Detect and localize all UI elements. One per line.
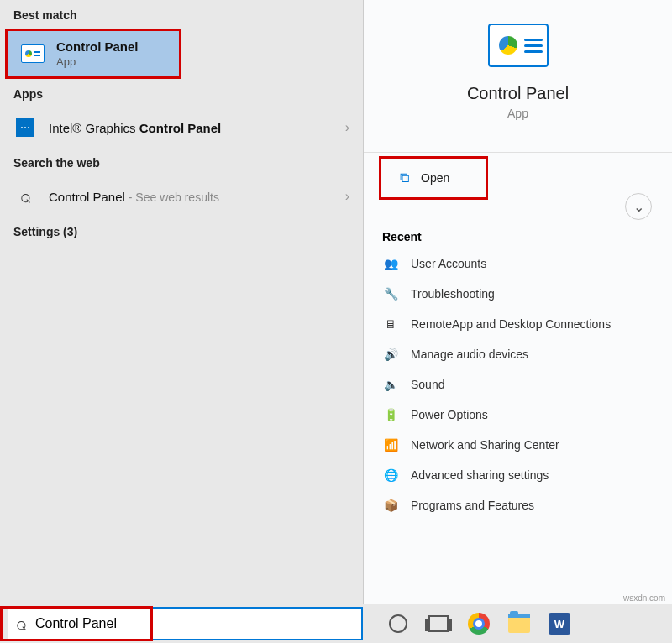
recent-item-icon: 🔋 — [382, 406, 399, 423]
apps-result-intel-graphics[interactable]: ⋯ Intel® Graphics Control Panel › — [0, 107, 363, 148]
recent-item[interactable]: 🔋Power Options — [364, 400, 672, 430]
apps-header: Apps — [0, 79, 363, 107]
task-view-icon[interactable] — [427, 612, 450, 635]
open-label: Open — [421, 171, 449, 185]
settings-header[interactable]: Settings (3) — [0, 217, 363, 245]
recent-item[interactable]: 👥User Accounts — [364, 248, 672, 279]
recent-item[interactable]: 🖥RemoteApp and Desktop Connections — [364, 309, 672, 339]
chrome-icon[interactable] — [467, 612, 491, 635]
chevron-right-icon: › — [345, 189, 349, 204]
preview-panel: Control Panel App ⧉ Open ⌄ Recent 👥User … — [364, 0, 672, 604]
taskbar-search-box[interactable] — [8, 609, 150, 639]
recent-item-label: Network and Sharing Center — [411, 438, 559, 452]
web-header: Search the web — [0, 148, 363, 176]
word-icon[interactable]: W — [548, 612, 571, 635]
recent-item-label: Power Options — [411, 408, 488, 421]
recent-item[interactable]: 🔧Troubleshooting — [364, 279, 672, 309]
file-explorer-icon[interactable] — [507, 612, 531, 635]
divider — [364, 152, 672, 153]
preview-app-icon — [488, 24, 549, 67]
recent-item-label: Troubleshooting — [411, 287, 495, 301]
web-result-control-panel[interactable]: Control Panel - See web results › — [0, 176, 363, 217]
intel-icon: ⋯ — [13, 116, 37, 139]
web-result-title: Control Panel - See web results — [49, 190, 219, 204]
cortana-icon[interactable] — [386, 612, 410, 635]
taskbar: W — [0, 604, 672, 643]
preview-sub: App — [507, 107, 528, 120]
open-icon: ⧉ — [400, 170, 409, 186]
recent-item-icon: 🔊 — [382, 346, 399, 363]
recent-item-label: Programs and Features — [411, 499, 534, 512]
recent-item[interactable]: 📦Programs and Features — [364, 490, 672, 520]
chevron-right-icon: › — [345, 120, 349, 135]
search-input[interactable] — [35, 616, 142, 631]
control-panel-icon — [21, 42, 45, 65]
recent-item-label: RemoteApp and Desktop Connections — [411, 317, 611, 331]
best-match-result[interactable]: Control Panel App — [8, 31, 179, 76]
expand-button[interactable]: ⌄ — [625, 193, 652, 220]
recent-item-label: Manage audio devices — [411, 348, 528, 361]
recent-item[interactable]: 🔊Manage audio devices — [364, 339, 672, 369]
apps-result-title: Intel® Graphics Control Panel — [49, 121, 221, 135]
recent-item-icon: 🖥 — [382, 316, 399, 332]
best-match-title: Control Panel — [56, 39, 139, 54]
recent-item[interactable]: 🌐Advanced sharing settings — [364, 460, 672, 490]
recent-item-label: Sound — [411, 378, 444, 391]
preview-title: Control Panel — [467, 84, 569, 103]
search-icon — [16, 613, 27, 635]
taskbar-search-extent[interactable] — [153, 607, 363, 640]
recent-item-label: User Accounts — [411, 257, 486, 270]
recent-header: Recent — [364, 220, 672, 248]
search-icon — [13, 185, 37, 208]
recent-item[interactable]: 📶Network and Sharing Center — [364, 430, 672, 460]
best-match-sub: App — [56, 55, 139, 68]
open-action[interactable]: ⧉ Open — [381, 159, 486, 197]
recent-list: 👥User Accounts🔧Troubleshooting🖥RemoteApp… — [364, 248, 672, 520]
recent-item-icon: 🔧 — [382, 285, 399, 302]
watermark: wsxdn.com — [623, 593, 665, 603]
search-results-panel: Best match Control Panel App Apps ⋯ Inte… — [0, 0, 364, 604]
recent-item-icon: 📶 — [382, 437, 399, 453]
recent-item-icon: 📦 — [382, 497, 399, 514]
chevron-down-icon: ⌄ — [633, 199, 644, 215]
best-match-header: Best match — [0, 0, 363, 29]
recent-item[interactable]: 🔈Sound — [364, 369, 672, 400]
recent-item-icon: 👥 — [382, 255, 399, 272]
recent-item-label: Advanced sharing settings — [411, 468, 549, 482]
recent-item-icon: 🔈 — [382, 376, 399, 393]
recent-item-icon: 🌐 — [382, 467, 399, 484]
